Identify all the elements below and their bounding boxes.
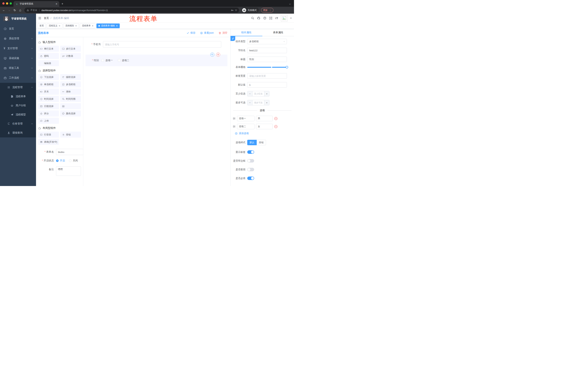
minimize-window-button[interactable] — [6, 2, 8, 5]
component-counter[interactable]: 计数器 — [60, 53, 81, 59]
plus-button[interactable]: + — [264, 91, 269, 96]
component-radio-group[interactable]: 单选框组 — [38, 81, 59, 87]
copy-component-button[interactable] — [210, 53, 214, 57]
phone-field-row[interactable]: 手机号 — [83, 41, 230, 48]
home-button[interactable]: ⌂ — [18, 8, 22, 12]
browser-tab[interactable]: 芋道管理系统 ✕ — [13, 1, 59, 7]
form-name-input[interactable] — [56, 149, 83, 155]
option2-value-input[interactable] — [256, 124, 273, 129]
reload-button[interactable]: ↻ — [12, 9, 17, 12]
component-dropdown[interactable]: 下拉选择 — [38, 74, 59, 80]
add-option-button[interactable]: 添加选项 — [235, 132, 294, 135]
border-toggle[interactable] — [247, 159, 254, 162]
gender-option2-checkbox[interactable]: 选项二 — [118, 59, 129, 62]
component-switch[interactable]: 开关 — [38, 89, 59, 95]
component-row-container[interactable]: 行容器 — [38, 132, 59, 138]
maximize-window-button[interactable] — [10, 2, 12, 5]
tag-process-model[interactable]: 流程模型✕ — [63, 23, 79, 28]
default-value-input[interactable] — [247, 82, 287, 87]
back-button[interactable]: ← — [1, 9, 6, 12]
option1-label-input[interactable] — [237, 116, 254, 121]
gender-option1-checkbox[interactable]: 选项一 — [101, 59, 113, 62]
component-time-picker[interactable]: 时间选择 — [38, 96, 59, 102]
window-controls[interactable] — [2, 2, 12, 5]
sidebar-fold-icon[interactable] — [38, 17, 41, 20]
component-date-picker[interactable]: 日期选择 — [38, 103, 59, 109]
new-tab-button[interactable]: + — [62, 2, 63, 6]
remove-option-icon[interactable] — [274, 125, 278, 128]
bookmark-star-icon[interactable]: ☆ — [235, 9, 237, 12]
component-rate[interactable]: 评分 — [38, 110, 59, 117]
sidebar-item-system[interactable]: 系统管理 — [0, 34, 36, 43]
status-on-radio[interactable]: 开启 — [56, 159, 65, 162]
slider-track[interactable] — [247, 67, 287, 68]
component-date-range[interactable] — [60, 103, 81, 109]
tag-close-icon[interactable]: ✕ — [116, 25, 118, 27]
label-width-input[interactable] — [247, 73, 287, 79]
clear-button[interactable]: 清空 — [219, 31, 227, 35]
title-input[interactable] — [247, 57, 287, 62]
tag-close-icon[interactable]: ✕ — [75, 25, 77, 27]
sidebar-item-leave-query[interactable]: 请假查询 — [0, 128, 36, 138]
avatar-caret-icon[interactable]: ▾ — [290, 17, 292, 19]
component-editor[interactable]: 编辑器 — [38, 60, 59, 66]
sidebar-item-process-model[interactable]: 流程模型 — [0, 110, 36, 119]
disabled-toggle[interactable] — [247, 168, 254, 171]
tag-close-icon[interactable]: ✕ — [59, 25, 60, 27]
minus-button[interactable]: − — [247, 100, 252, 105]
password-key-icon[interactable] — [231, 9, 234, 12]
field-name-input[interactable] — [247, 48, 287, 53]
delete-component-button[interactable] — [216, 53, 220, 57]
component-type-select[interactable]: 多选框组 — [247, 39, 287, 44]
grid-slider[interactable] — [247, 66, 287, 68]
component-checkbox-group[interactable]: 多选框组 — [60, 81, 81, 87]
component-time-range[interactable]: 时间范围 — [60, 96, 81, 102]
sidebar-item-home[interactable]: 首页 — [0, 24, 36, 34]
sidebar-item-workflow[interactable]: 工作流程 — [0, 73, 36, 83]
view-json-button[interactable]: 查看json — [200, 31, 214, 35]
drag-handle-icon[interactable] — [233, 125, 236, 128]
tag-process-form-edit[interactable]: 流程表单-编辑✕ — [96, 23, 120, 28]
address-bar[interactable]: 不安全 dashboard.yudao.iocoder.cn/bpm/manag… — [24, 8, 239, 13]
forward-button[interactable]: → — [7, 9, 12, 12]
component-multi-line-text[interactable]: 多行文本 — [60, 46, 81, 52]
option2-label-input[interactable] — [237, 124, 254, 129]
tag-process-definition[interactable]: 流程定义✕ — [47, 23, 63, 28]
github-icon[interactable] — [257, 17, 260, 20]
sidebar-item-process-form[interactable]: 流程表单 — [0, 92, 36, 101]
component-button[interactable]: 按钮 — [60, 132, 81, 138]
max-select-stepper[interactable]: − 最多可选 + — [247, 100, 269, 105]
component-single-line-text[interactable]: 单行文本 — [38, 46, 59, 52]
sidebar-item-process-management[interactable]: 流程管理 — [0, 83, 36, 92]
phone-field-input[interactable] — [103, 41, 221, 48]
required-toggle[interactable] — [247, 177, 254, 180]
style-default-button[interactable]: 默认 — [247, 140, 257, 145]
close-window-button[interactable] — [2, 2, 5, 5]
component-cascader[interactable]: 级联选择 — [60, 74, 81, 80]
remove-option-icon[interactable] — [274, 117, 278, 120]
search-icon[interactable] — [251, 17, 254, 20]
gender-field-block-selected[interactable]: 性别 选项一 选项二 — [85, 55, 227, 66]
save-button[interactable]: 保存 — [187, 31, 195, 35]
component-color-picker[interactable]: 颜色选择 — [60, 110, 81, 117]
component-table[interactable]: 表格[开发中] — [38, 139, 59, 145]
tab-form-props[interactable]: 表单属性 — [262, 29, 294, 36]
app-logo[interactable]: 芋道管理系统 — [0, 14, 36, 24]
tag-close-icon[interactable]: ✕ — [92, 25, 94, 27]
tab-list-chevron-icon[interactable] — [289, 3, 291, 5]
style-button-button[interactable]: 按钮 — [257, 140, 266, 145]
sidebar-item-user-group[interactable]: 用户分组 — [0, 101, 36, 110]
update-label[interactable]: 更新 — [263, 9, 268, 12]
sidebar-item-task-management[interactable]: 任务管理 — [0, 119, 36, 128]
browser-update-button[interactable]: 更新 ⋮ — [261, 8, 273, 12]
tag-process-form[interactable]: 流程表单✕ — [80, 23, 95, 28]
help-icon[interactable] — [263, 17, 266, 20]
tag-home[interactable]: 首页 — [37, 23, 46, 28]
browser-menu-icon[interactable]: ⋮ — [269, 9, 272, 12]
sidebar-item-infrastructure[interactable]: 基础设施 — [0, 53, 36, 63]
tab-close-icon[interactable]: ✕ — [55, 2, 57, 5]
font-size-icon[interactable]: TT — [275, 17, 278, 20]
component-slider[interactable]: 滑块 — [60, 89, 81, 95]
sidebar-item-devtools[interactable]: 研发工具 — [0, 63, 36, 73]
fullscreen-icon[interactable] — [269, 17, 272, 20]
